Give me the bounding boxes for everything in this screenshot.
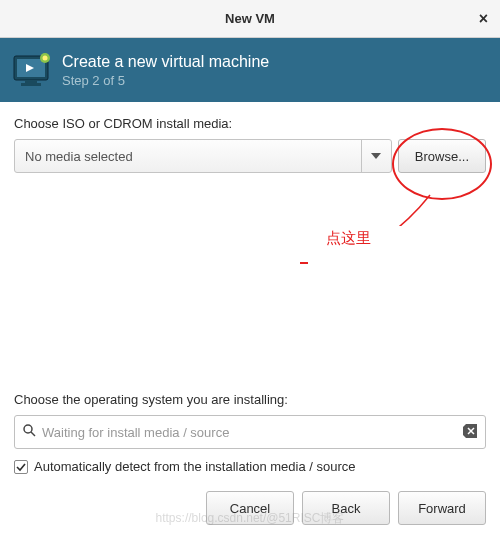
media-dropdown[interactable]: No media selected [14, 139, 392, 173]
svg-rect-3 [25, 80, 37, 83]
os-search-input[interactable]: Waiting for install media / source [14, 415, 486, 449]
close-icon[interactable]: × [479, 10, 488, 28]
clear-icon[interactable] [463, 424, 477, 441]
autodetect-row[interactable]: Automatically detect from the installati… [14, 459, 486, 474]
svg-point-6 [43, 56, 48, 61]
os-search-placeholder: Waiting for install media / source [42, 425, 463, 440]
search-icon [23, 424, 36, 440]
content-area: Choose ISO or CDROM install media: No me… [0, 102, 500, 173]
forward-button[interactable]: Forward [398, 491, 486, 525]
media-row: No media selected Browse... [14, 139, 486, 173]
annotation-dash [300, 262, 308, 264]
browse-button[interactable]: Browse... [398, 139, 486, 173]
media-dropdown-text: No media selected [15, 140, 361, 172]
wizard-header: Create a new virtual machine Step 2 of 5 [0, 38, 500, 102]
svg-line-9 [31, 432, 35, 436]
svg-marker-7 [371, 153, 381, 159]
titlebar: New VM × [0, 0, 500, 38]
os-section: Choose the operating system you are inst… [14, 392, 486, 474]
header-title: Create a new virtual machine [62, 53, 269, 71]
media-label: Choose ISO or CDROM install media: [14, 116, 486, 131]
svg-point-8 [24, 425, 32, 433]
cancel-button[interactable]: Cancel [206, 491, 294, 525]
svg-rect-4 [21, 83, 41, 86]
header-step: Step 2 of 5 [62, 73, 269, 88]
os-label: Choose the operating system you are inst… [14, 392, 486, 407]
window-title: New VM [225, 11, 275, 26]
footer-buttons: Cancel Back Forward [206, 491, 486, 525]
autodetect-label: Automatically detect from the installati… [34, 459, 356, 474]
back-button[interactable]: Back [302, 491, 390, 525]
header-text: Create a new virtual machine Step 2 of 5 [62, 53, 269, 88]
annotation-whitebox [321, 226, 440, 319]
autodetect-checkbox[interactable] [14, 460, 28, 474]
annotation-arrow [380, 190, 440, 240]
annotation-text: 点这里 [326, 229, 371, 248]
chevron-down-icon[interactable] [361, 140, 391, 172]
vm-monitor-icon [12, 52, 52, 88]
